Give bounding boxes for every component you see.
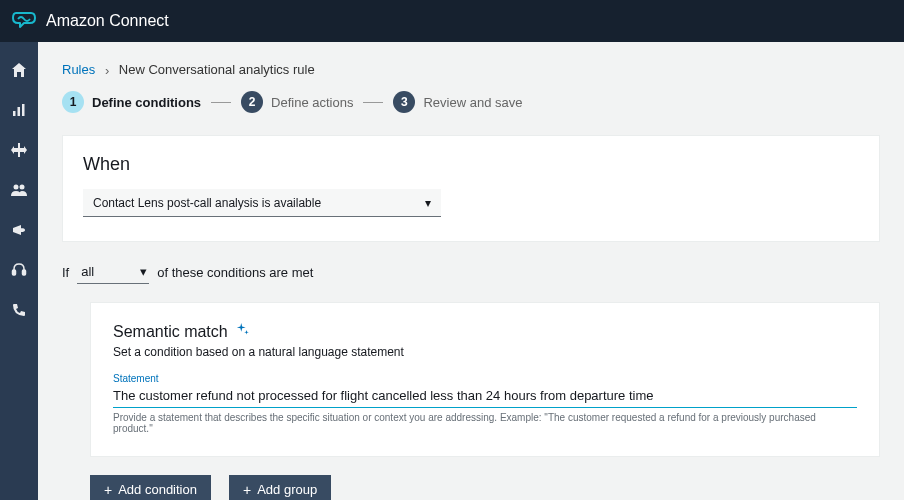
step-number: 1 xyxy=(62,91,84,113)
if-scope-select[interactable]: all ▾ xyxy=(77,260,149,284)
step-label: Review and save xyxy=(423,95,522,110)
add-group-button[interactable]: + Add group xyxy=(229,475,331,500)
condition-card: Semantic match Set a condition based on … xyxy=(90,302,880,457)
step-connector xyxy=(363,102,383,103)
calls-icon[interactable] xyxy=(11,302,27,318)
svg-point-4 xyxy=(20,185,25,190)
condition-actions: + Add condition + Add group xyxy=(90,475,880,500)
condition-description: Set a condition based on a natural langu… xyxy=(113,345,857,359)
add-group-label: Add group xyxy=(257,482,317,497)
step-label: Define actions xyxy=(271,95,353,110)
home-icon[interactable] xyxy=(11,62,27,78)
step-connector xyxy=(211,102,231,103)
svg-rect-2 xyxy=(22,104,25,116)
chevron-right-icon: › xyxy=(105,63,109,78)
product-title: Amazon Connect xyxy=(46,12,169,30)
connect-logo-icon xyxy=(12,10,36,32)
if-scope-value: all xyxy=(81,264,94,279)
breadcrumb: Rules › New Conversational analytics rul… xyxy=(62,62,880,77)
breadcrumb-current: New Conversational analytics rule xyxy=(119,62,315,77)
svg-rect-0 xyxy=(13,111,16,116)
caret-down-icon: ▾ xyxy=(425,196,431,210)
caret-down-icon: ▾ xyxy=(140,264,147,279)
when-selected-value: Contact Lens post-call analysis is avail… xyxy=(93,196,321,210)
left-nav xyxy=(0,42,38,500)
svg-rect-6 xyxy=(23,270,26,275)
when-heading: When xyxy=(83,154,859,175)
statement-label: Statement xyxy=(113,373,857,384)
step-define-conditions[interactable]: 1 Define conditions xyxy=(62,91,201,113)
add-condition-button[interactable]: + Add condition xyxy=(90,475,211,500)
step-review-save[interactable]: 3 Review and save xyxy=(393,91,522,113)
if-bar: If all ▾ of these conditions are met xyxy=(62,260,880,284)
svg-rect-5 xyxy=(13,270,16,275)
plus-icon: + xyxy=(243,483,251,497)
top-bar: Amazon Connect xyxy=(0,0,904,42)
when-section: When Contact Lens post-call analysis is … xyxy=(62,135,880,242)
support-icon[interactable] xyxy=(11,262,27,278)
svg-rect-1 xyxy=(18,107,21,116)
step-define-actions[interactable]: 2 Define actions xyxy=(241,91,353,113)
svg-point-3 xyxy=(14,185,19,190)
plus-icon: + xyxy=(104,483,112,497)
routing-icon[interactable] xyxy=(11,142,27,158)
statement-input[interactable] xyxy=(113,386,857,408)
step-label: Define conditions xyxy=(92,95,201,110)
analytics-icon[interactable] xyxy=(11,102,27,118)
users-icon[interactable] xyxy=(11,182,27,198)
step-number: 2 xyxy=(241,91,263,113)
when-trigger-select[interactable]: Contact Lens post-call analysis is avail… xyxy=(83,189,441,217)
condition-title: Semantic match xyxy=(113,323,228,341)
sparkle-icon xyxy=(236,323,250,341)
if-prefix: If xyxy=(62,265,69,280)
campaigns-icon[interactable] xyxy=(11,222,27,238)
add-condition-label: Add condition xyxy=(118,482,197,497)
main-content: Rules › New Conversational analytics rul… xyxy=(38,42,904,500)
step-number: 3 xyxy=(393,91,415,113)
stepper: 1 Define conditions 2 Define actions 3 R… xyxy=(62,91,880,113)
if-suffix: of these conditions are met xyxy=(157,265,313,280)
statement-hint: Provide a statement that describes the s… xyxy=(113,412,857,434)
breadcrumb-root-link[interactable]: Rules xyxy=(62,62,95,77)
